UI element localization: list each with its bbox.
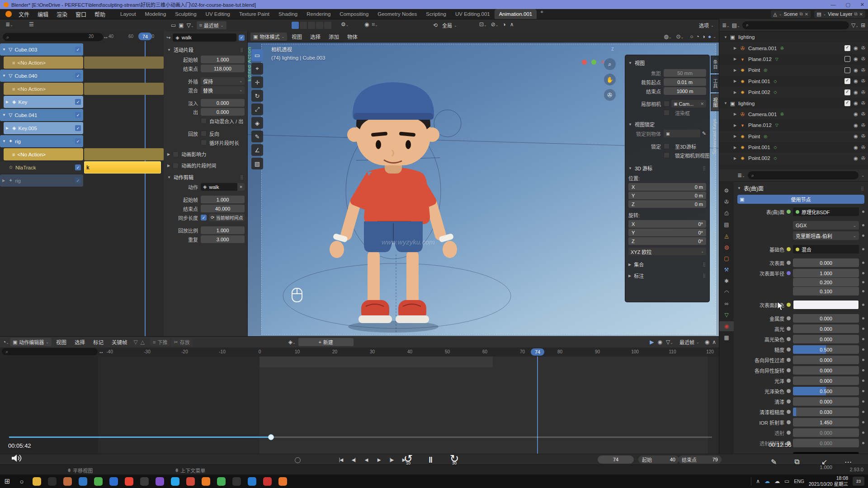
properties-tab[interactable]: ⚙ [719,186,734,196]
strip-property-row[interactable]: 起始帧 1.000 [166,56,245,63]
nla-overlay-icon[interactable]: ▣ [179,22,184,28]
workspace-tab[interactable]: Scripting [421,9,451,19]
dope-snap-dropdown[interactable]: 最近帧⌄ [677,338,702,346]
eye-icon[interactable]: ◉ [854,145,858,150]
transport-button[interactable]: ▶ [373,455,384,464]
close-button[interactable]: ✕ [860,2,864,8]
nla-fit-icon[interactable]: ↔ [103,33,108,40]
forward-30-button[interactable]: ↻30 [450,454,459,465]
strip-name-field[interactable]: ◈ walk [173,33,236,42]
material-property-row[interactable]: 克里斯坦森-伯利 [737,231,864,240]
move-up-icon[interactable]: △ [141,339,145,345]
property-value[interactable]: 0.000 [793,314,859,323]
taskbar-app-icon[interactable] [183,474,198,488]
lock-camera-checkbox[interactable] [664,152,670,158]
browse-action-icon[interactable]: ◈⌄ [288,339,296,345]
taskbar-app-icon[interactable] [213,474,229,488]
new-action-button[interactable]: +新建 [298,338,354,346]
nla-channel-row[interactable]: ≡ <No Action> ✓ k [0,83,164,95]
decorator-dot[interactable] [862,411,864,413]
selectable-checkbox[interactable] [844,89,850,95]
material-property-row[interactable]: 透射 0.000 [737,428,864,437]
properties-tab[interactable]: ▽ [719,310,734,320]
properties-search-input[interactable]: ⌕ [748,171,859,179]
render-region-checkbox[interactable] [664,110,670,116]
strip-property-row[interactable]: 外插 保持⌄ [166,77,245,85]
rewind-10-button[interactable]: ↺10 [404,454,413,465]
taskbar-app-icon[interactable] [152,474,167,488]
viewport-tool-button[interactable]: ∠ [251,144,263,156]
material-property-row[interactable]: 高光 0.000 [737,324,864,333]
cursor-rot-x[interactable]: X0° [628,220,706,228]
nla-channel-row[interactable]: ▼ ▽ Cube.040 ✓ k [0,70,164,82]
decorator-dot[interactable] [862,272,864,274]
outliner-search-input[interactable]: ⌕ [742,21,849,29]
viewport-menu[interactable]: 添加 [325,33,343,40]
number-field[interactable]: 1.000 [201,226,245,234]
unlink-scene-icon[interactable]: ✕ [805,12,808,17]
nla-channel-row[interactable]: ▼ ▽ Cube.003 ✓ k [0,43,164,56]
use-nodes-button[interactable]: ▣ 使用节点 [737,195,864,204]
clip-end-field[interactable]: 1000 m [664,87,706,95]
property-value[interactable]: GGX [793,221,859,230]
property-value[interactable]: 0.000 [793,324,859,333]
view-layer-selector[interactable]: ▤⌄ View Layer ⧉ ✕ [814,10,865,18]
set-current-frame-button[interactable]: ⟳当前帧时间点 [209,214,245,221]
decorator-dot[interactable] [862,262,864,264]
nla-filter-icon[interactable]: ▽⌄ [187,22,194,28]
sidebar-tab[interactable]: 工具 [711,75,719,92]
viewport-menu[interactable]: 选择 [307,33,324,40]
search-button[interactable]: ○ [14,474,29,488]
eye-icon[interactable]: ◉ [854,45,858,51]
workspace-tab[interactable]: Geometry Nodes [373,9,421,19]
strip-property-row[interactable]: 混合 替换⌄ [166,86,245,94]
material-property-row[interactable]: 透射粗糙度 0.000 [737,439,864,447]
material-property-row[interactable]: 0.200 [737,278,864,286]
material-property-row[interactable]: 光泽 0.000 [737,376,864,385]
screencast-keys-tab[interactable]: Screencast Keys [712,119,717,155]
pivot-point-icon[interactable]: ⊡⌄ [479,21,487,28]
view-panel-header[interactable]: ▼ 视图 [628,59,706,66]
material-property-row[interactable]: 各向异性旋转 0.000 [737,366,864,375]
strip-property-row[interactable]: 同步长度 ✓⟳当前帧时间点 [166,214,245,221]
camera-visibility-icon[interactable]: ✇ [861,78,865,84]
stash-button[interactable]: ✂存放 [171,338,192,346]
strip-property-row[interactable]: 动作 ◈walk✕ [166,183,245,191]
material-property-row[interactable]: 清漆粗糙度 0.030 [737,408,864,416]
nla-strip-band[interactable] [84,83,164,95]
eye-icon[interactable]: ◉ [854,78,858,84]
collections-panel-header[interactable]: ▶集合⣿ [628,261,706,268]
dope-current-frame-badge[interactable]: 74 [531,348,544,356]
decorator-dot[interactable] [862,328,864,330]
remove-view-layer-icon[interactable]: ✕ [859,12,863,17]
selectable-checkbox[interactable] [844,45,850,51]
properties-tab[interactable]: ▢ [719,253,734,263]
outliner-row[interactable]: ▼ lighting ◉ ✇ [719,32,868,42]
properties-tab[interactable]: ✇ [719,197,734,207]
workspace-tab[interactable]: Layout [116,9,141,19]
properties-tab[interactable]: ⚒ [719,265,734,275]
viewport-tool-button[interactable]: ✛ [251,76,263,88]
lock-object-field[interactable]: ▣ [664,130,700,137]
decorator-dot[interactable] [862,359,864,361]
pip-button[interactable]: ⧉ [794,458,799,466]
number-field[interactable]: 1.000 [201,56,245,63]
decorator-dot[interactable] [862,369,864,371]
dope-menu[interactable]: 视图 [52,338,70,346]
workspace-tab[interactable]: Sculpting [170,9,201,19]
onedrive-icon[interactable]: ☁ [764,478,770,484]
taskbar-app-icon[interactable] [29,474,44,488]
transport-button[interactable]: ◀| [348,455,359,464]
checkbox[interactable] [201,131,207,136]
keying-icon[interactable]: ◉ [658,339,662,345]
local-camera-checkbox[interactable] [664,101,670,107]
property-value[interactable]: 0.500 [793,387,859,395]
snap-magnet-icon[interactable]: ◉ [705,339,709,345]
strip-property-row[interactable]: 淡入 0.000 [166,99,245,107]
autosnap-play-icon[interactable]: ▶ [650,339,654,345]
sidebar-tab[interactable]: 条目 [711,56,719,73]
number-field[interactable]: 1.000 [201,196,245,203]
camera-visibility-icon[interactable]: ✇ [861,111,865,117]
viewport-tool-button[interactable]: ↻ [251,90,263,102]
minimize-button[interactable]: — [830,2,835,8]
